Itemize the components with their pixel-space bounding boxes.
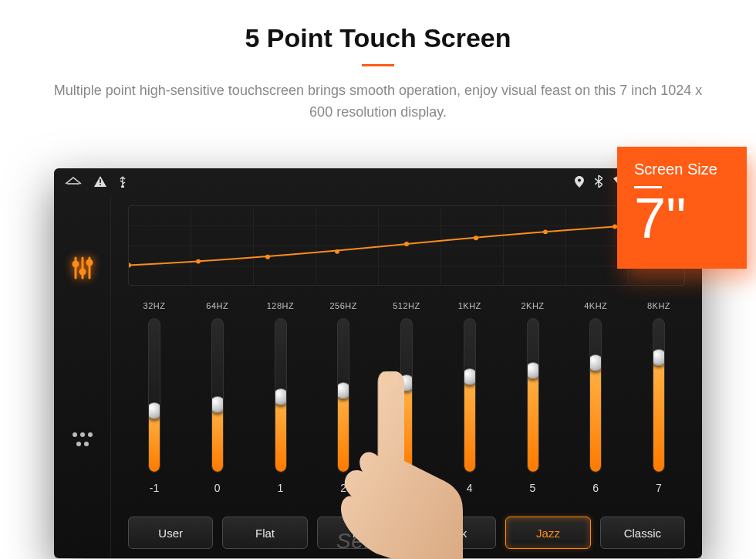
eq-band: 4KHZ 6 <box>569 301 622 506</box>
band-freq-label: 256HZ <box>329 301 357 310</box>
warning-icon[interactable] <box>94 176 106 187</box>
band-value: 0 <box>214 482 221 494</box>
badge-title: Screen Size <box>634 161 747 178</box>
preset-rock[interactable]: Rock <box>411 517 496 549</box>
eq-band: 128HZ 1 <box>255 301 307 506</box>
marketing-header: 5 Point Touch Screen Multiple point high… <box>0 0 756 124</box>
band-value: 7 <box>656 482 662 494</box>
svg-point-15 <box>84 442 89 446</box>
page-title: 5 Point Touch Screen <box>0 23 756 53</box>
eq-band: 1KHZ 4 <box>444 301 496 506</box>
band-slider[interactable] <box>211 318 224 473</box>
svg-point-12 <box>80 432 85 437</box>
page-subtitle: Multiple point high-sensitive touchscree… <box>46 80 710 124</box>
band-value: 5 <box>530 482 536 494</box>
band-slider[interactable] <box>527 318 539 473</box>
eq-band: 2KHZ 5 <box>507 301 559 506</box>
band-slider[interactable] <box>589 318 602 473</box>
screen-size-badge: Screen Size 7" <box>617 147 747 269</box>
band-freq-label: 8KHZ <box>647 301 670 310</box>
svg-point-8 <box>73 262 78 266</box>
svg-point-21 <box>474 235 478 240</box>
svg-point-19 <box>335 249 339 254</box>
badge-size-value: 7" <box>634 190 747 247</box>
eq-band: 32HZ -1 <box>128 301 181 506</box>
band-freq-label: 2KHZ <box>521 301 544 310</box>
svg-point-20 <box>404 242 409 246</box>
preset-jazz[interactable]: Jazz <box>505 517 590 549</box>
band-freq-label: 64HZ <box>206 301 228 310</box>
sidebar <box>54 195 111 558</box>
band-value: -1 <box>150 482 159 494</box>
home-icon[interactable] <box>65 176 82 187</box>
eq-bands: 32HZ -1 64HZ 0 128HZ 1 256HZ 2 512HZ 3 1 <box>128 301 685 506</box>
response-curve <box>128 205 685 286</box>
preset-po[interactable]: Po <box>317 517 402 549</box>
svg-point-22 <box>543 229 548 234</box>
band-value: 2 <box>340 482 346 494</box>
preset-flat[interactable]: Flat <box>222 517 307 549</box>
band-slider[interactable] <box>148 318 160 473</box>
eq-band: 8KHZ 7 <box>633 301 685 506</box>
band-freq-label: 512HZ <box>393 301 420 310</box>
location-icon[interactable] <box>575 176 584 188</box>
band-freq-label: 32HZ <box>143 301 166 310</box>
band-value: 3 <box>403 482 410 494</box>
usb-icon[interactable] <box>119 175 127 188</box>
svg-rect-1 <box>100 184 101 185</box>
eq-band: 256HZ 2 <box>317 301 370 506</box>
svg-point-17 <box>196 259 201 264</box>
svg-rect-0 <box>100 179 101 183</box>
svg-point-11 <box>73 432 77 437</box>
device-screen: 19:25 <box>54 168 702 558</box>
svg-point-10 <box>87 260 92 265</box>
preset-classic[interactable]: Classic <box>600 517 685 549</box>
band-slider[interactable] <box>337 318 349 473</box>
band-freq-label: 4KHZ <box>584 301 607 310</box>
band-value: 4 <box>467 482 473 494</box>
band-freq-label: 1KHZ <box>458 301 481 310</box>
preset-row: UserFlatPoRockJazzClassic <box>128 517 685 549</box>
eq-band: 64HZ 0 <box>191 301 244 506</box>
equalizer-icon[interactable] <box>69 255 96 284</box>
band-value: 6 <box>592 482 599 494</box>
svg-point-13 <box>88 432 93 437</box>
bluetooth-icon[interactable] <box>595 175 602 188</box>
band-slider[interactable] <box>464 318 476 473</box>
svg-point-16 <box>129 263 131 268</box>
status-bar: 19:25 <box>54 168 702 195</box>
svg-point-9 <box>80 269 85 274</box>
svg-point-14 <box>76 442 81 446</box>
preset-user[interactable]: User <box>128 517 213 549</box>
band-slider[interactable] <box>275 318 287 473</box>
band-slider[interactable] <box>653 318 665 473</box>
band-freq-label: 128HZ <box>267 301 295 310</box>
band-slider[interactable] <box>400 318 413 473</box>
balance-icon[interactable] <box>71 431 94 451</box>
eq-band: 512HZ 3 <box>380 301 433 506</box>
band-value: 1 <box>278 482 284 494</box>
svg-point-18 <box>265 255 270 259</box>
svg-point-2 <box>122 186 124 188</box>
title-divider <box>362 64 394 66</box>
